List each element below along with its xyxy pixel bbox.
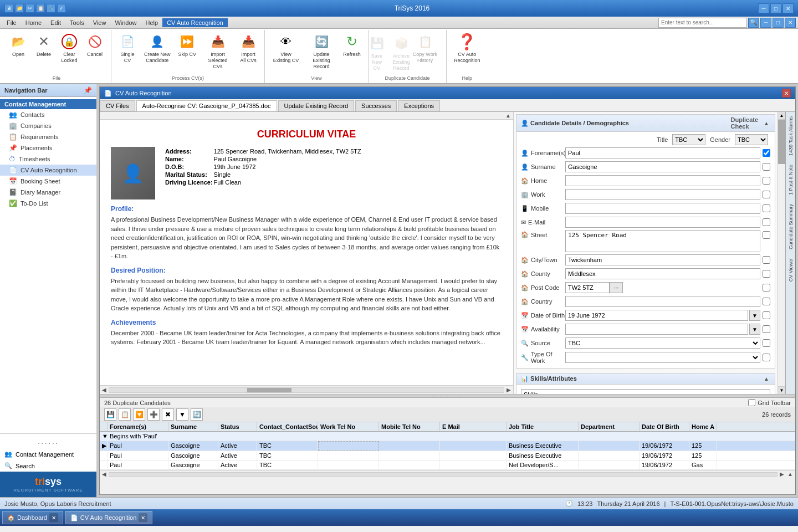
- forename-input[interactable]: [565, 147, 760, 158]
- grid-col-contact-source[interactable]: Contact_ContactSou...: [257, 422, 318, 431]
- menu-window[interactable]: Window: [110, 18, 141, 27]
- surname-checkbox[interactable]: [763, 163, 770, 171]
- menu-bar-maximize[interactable]: □: [773, 18, 784, 28]
- ribbon-btn-clear-locked[interactable]: 🔒 Clear Locked: [58, 31, 81, 65]
- grid-col-forename[interactable]: Forename(s): [108, 422, 168, 431]
- menu-view[interactable]: View: [89, 18, 111, 27]
- right-strip-cv-viewer[interactable]: CV Viewer: [787, 254, 795, 286]
- right-strip-candidate-summary[interactable]: Candidate Summary: [787, 200, 795, 254]
- grid-col-status[interactable]: Status: [218, 422, 257, 431]
- cv-window-close-btn[interactable]: ✕: [782, 89, 791, 98]
- grid-col-email[interactable]: E Mail: [440, 422, 507, 431]
- ribbon-btn-cv-auto-help[interactable]: ❓ CV Auto Recognition: [451, 31, 483, 65]
- dob-checkbox[interactable]: [763, 311, 770, 319]
- dob-input[interactable]: [565, 310, 748, 321]
- app-icon-5[interactable]: 🔧: [47, 4, 55, 13]
- sidebar-item-requirements[interactable]: 📋 Requirements: [0, 131, 96, 142]
- cv-scroll-up-btn[interactable]: ▲: [504, 112, 512, 119]
- grid-col-job-title[interactable]: Job Title: [507, 422, 579, 431]
- email-checkbox[interactable]: [763, 218, 770, 226]
- grid-scroll-track[interactable]: [109, 472, 777, 477]
- right-scroll-down-btn[interactable]: ▼: [778, 386, 785, 394]
- source-select[interactable]: TBC: [565, 337, 760, 349]
- grid-col-dob[interactable]: Date Of Birth: [640, 422, 689, 431]
- cv-tab-successes[interactable]: Successes: [355, 100, 397, 111]
- menu-search-input[interactable]: [658, 18, 747, 28]
- cv-scroll-right-btn[interactable]: ▶: [505, 387, 512, 393]
- menu-tools[interactable]: Tools: [65, 18, 89, 27]
- menu-bar-minimize[interactable]: ─: [760, 18, 771, 28]
- taskbar-cv-auto[interactable]: 📄 CV Auto Recognition ✕: [65, 511, 153, 524]
- sidebar-footer-contact-mgmt[interactable]: 👥 Contact Management: [0, 448, 96, 460]
- app-icon-2[interactable]: 📁: [15, 4, 24, 13]
- mobile-checkbox[interactable]: [763, 204, 770, 212]
- sidebar-item-contacts[interactable]: 👥 Contacts: [0, 109, 96, 120]
- ribbon-btn-single-cv[interactable]: 📄 Single CV: [116, 31, 139, 65]
- type-of-work-checkbox[interactable]: [763, 354, 770, 361]
- sidebar-footer-search[interactable]: 🔍 Search: [0, 460, 96, 472]
- skills-section-collapse[interactable]: ▲: [763, 376, 770, 382]
- sidebar-item-timesheets[interactable]: ⏱ Timesheets: [0, 154, 96, 165]
- mobile-input[interactable]: [565, 203, 760, 214]
- cv-tab-auto-recognise[interactable]: Auto-Recognise CV: Gascoigne_P_047385.do…: [136, 100, 277, 111]
- app-icon-3[interactable]: ✂: [25, 4, 34, 13]
- window-close[interactable]: ✕: [782, 3, 794, 13]
- menu-help[interactable]: Help: [141, 18, 163, 27]
- gender-select[interactable]: TBC: [735, 134, 768, 145]
- surname-input[interactable]: [565, 161, 760, 172]
- toolbar-btn-4[interactable]: ✖: [162, 408, 174, 421]
- ribbon-btn-cancel[interactable]: 🚫 Cancel: [83, 31, 106, 59]
- grid-col-mobile-tel[interactable]: Mobile Tel No: [379, 422, 440, 431]
- window-minimize[interactable]: ─: [758, 3, 769, 13]
- grid-col-surname[interactable]: Surname: [168, 422, 218, 431]
- app-icon-6[interactable]: ✓: [57, 4, 66, 13]
- street-checkbox[interactable]: [763, 231, 770, 239]
- ribbon-btn-refresh[interactable]: ↻ Refresh: [340, 31, 364, 59]
- table-row[interactable]: ▶ Paul Gascoigne Active TBC Business Exe…: [100, 441, 795, 451]
- sidebar-item-placements[interactable]: 📌 Placements: [0, 142, 96, 154]
- window-maximize[interactable]: □: [770, 3, 781, 13]
- candidate-details-collapse[interactable]: ▲: [763, 120, 770, 126]
- grid-scroll-up-right[interactable]: ▲: [786, 471, 794, 477]
- cv-hscroll-thumb[interactable]: [247, 388, 291, 392]
- cv-hscroll-track[interactable]: [109, 387, 504, 393]
- toolbar-btn-2[interactable]: 📋: [119, 408, 131, 421]
- ribbon-btn-delete[interactable]: ✕ Delete: [32, 31, 55, 59]
- ribbon-btn-update-existing[interactable]: 🔄 Update Existing Record: [305, 31, 338, 71]
- cv-tab-update-existing[interactable]: Update Existing Record: [278, 100, 355, 111]
- toolbar-btn-dropdown[interactable]: ▼: [176, 408, 188, 421]
- work-input[interactable]: [565, 189, 760, 200]
- right-scroll-track[interactable]: [778, 120, 785, 386]
- menu-file[interactable]: File: [2, 18, 21, 27]
- menu-home[interactable]: Home: [21, 18, 46, 27]
- postcode-input[interactable]: [565, 282, 610, 293]
- home-input[interactable]: [565, 175, 760, 186]
- home-checkbox[interactable]: [763, 177, 770, 185]
- right-scroll-thumb[interactable]: [778, 120, 785, 164]
- grid-col-work-tel[interactable]: Work Tel No: [318, 422, 379, 431]
- app-icon-1[interactable]: 🖥: [4, 4, 13, 13]
- sidebar-item-cv-auto[interactable]: 📄 CV Auto Recognition: [0, 165, 96, 176]
- sidebar-item-booking-sheet[interactable]: 📅 Booking Sheet: [0, 176, 96, 187]
- toolbar-btn-3[interactable]: ➕: [147, 408, 160, 421]
- cv-tab-exceptions[interactable]: Exceptions: [398, 100, 440, 111]
- availability-checkbox[interactable]: [763, 325, 770, 333]
- sidebar-item-to-do-list[interactable]: ✅ To-Do List: [0, 198, 96, 209]
- postcode-lookup-btn[interactable]: ···: [610, 282, 623, 293]
- grid-scroll-left[interactable]: ◀: [101, 471, 108, 477]
- grid-group-expand[interactable]: ▼: [100, 432, 108, 441]
- skills-input[interactable]: [521, 389, 770, 394]
- city-checkbox[interactable]: [763, 256, 770, 264]
- taskbar-dashboard[interactable]: 🏠 Dashboard ✕: [2, 511, 63, 524]
- ribbon-btn-open[interactable]: 📂 Open: [7, 31, 30, 59]
- dob-dropdown-btn[interactable]: ▼: [749, 310, 760, 321]
- ribbon-btn-import-selected[interactable]: 📥 Import Selected CVs: [201, 31, 234, 71]
- source-checkbox[interactable]: [763, 339, 770, 347]
- ribbon-btn-copy-work[interactable]: 📋 Copy Work History: [408, 31, 442, 65]
- right-strip-task-alarms[interactable]: 1439 Task Alarms: [787, 112, 795, 160]
- grid-toolbar-checkbox[interactable]: [748, 399, 755, 406]
- sidebar-item-companies[interactable]: 🏢 Companies: [0, 120, 96, 131]
- availability-input[interactable]: [565, 324, 748, 335]
- availability-dropdown-btn[interactable]: ▼: [749, 324, 760, 335]
- country-checkbox[interactable]: [763, 298, 770, 305]
